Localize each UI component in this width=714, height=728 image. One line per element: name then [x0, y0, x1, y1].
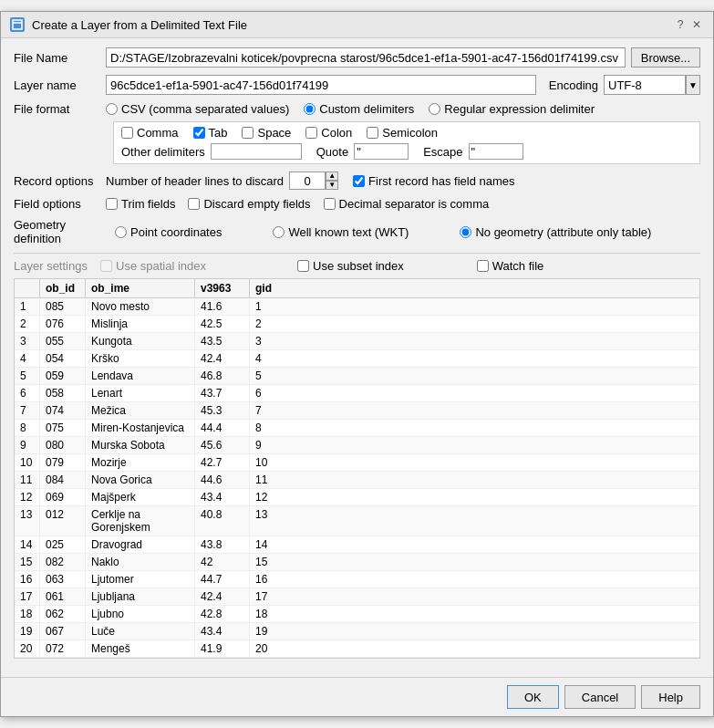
record-options-row: Record options Number of header lines to… [14, 172, 700, 190]
cell-ob-ime: Miren-Kostanjevica [86, 420, 195, 436]
wkt-label[interactable]: Well known text (WKT) [273, 225, 409, 239]
table-row: 10 079 Mozirje 42.7 10 [15, 454, 699, 472]
semicolon-checkbox[interactable] [367, 127, 378, 139]
encoding-dropdown-button[interactable]: ▼ [686, 75, 700, 95]
cell-v3963: 44.4 [195, 420, 250, 436]
watch-file-checkbox[interactable] [477, 260, 489, 272]
custom-radio[interactable] [304, 103, 316, 115]
cell-ob-ime: Mozirje [86, 454, 195, 471]
point-coords-label[interactable]: Point coordinates [115, 225, 222, 239]
cell-gid: 3 [250, 333, 295, 349]
trim-fields-label[interactable]: Trim fields [106, 197, 175, 211]
regex-radio-label[interactable]: Regular expression delimiter [429, 102, 595, 116]
table-row: 13 012 Cerklje na Gorenjskem 40.8 13 [15, 506, 699, 536]
cell-ob-ime: Lenart [86, 385, 195, 401]
tab-checkbox-label[interactable]: Tab [193, 126, 228, 140]
encoding-control: ▼ [604, 75, 700, 95]
cell-ob-ime: Ljubljana [86, 588, 195, 605]
cell-ob-id: 058 [40, 385, 86, 401]
semicolon-checkbox-label[interactable]: Semicolon [367, 126, 438, 140]
cell-ob-ime: Mengeš [86, 640, 195, 657]
tab-checkbox[interactable] [193, 127, 205, 139]
record-options-label: Record options [14, 174, 100, 188]
table-row: 17 061 Ljubljana 42.4 17 [15, 588, 699, 606]
comma-checkbox-label[interactable]: Comma [121, 126, 179, 140]
table-row: 18 062 Ljubno 42.8 18 [15, 606, 699, 623]
first-record-text: First record has field names [368, 174, 514, 188]
cell-num: 6 [15, 385, 40, 401]
dialog-footer: OK Cancel Help [1, 677, 713, 716]
cell-ob-id: 069 [40, 489, 86, 505]
no-geom-label[interactable]: No geometry (attribute only table) [460, 225, 651, 239]
escape-input[interactable] [469, 143, 523, 160]
regex-radio-text: Regular expression delimiter [444, 102, 595, 116]
file-format-options: CSV (comma separated values) Custom deli… [106, 102, 595, 116]
point-coords-radio[interactable] [115, 226, 127, 238]
csv-radio[interactable] [106, 103, 118, 115]
cell-v3963: 44.7 [195, 571, 250, 588]
ok-button[interactable]: OK [507, 685, 559, 709]
header-lines-input[interactable] [289, 172, 326, 190]
decimal-separator-label[interactable]: Decimal separator is comma [324, 197, 490, 211]
first-record-label[interactable]: First record has field names [353, 174, 514, 188]
close-titlebar-button[interactable]: ✕ [689, 17, 704, 32]
watch-file-label[interactable]: Watch file [477, 259, 544, 273]
no-geom-radio[interactable] [460, 226, 471, 238]
space-checkbox[interactable] [242, 127, 254, 139]
comma-checkbox[interactable] [121, 127, 133, 139]
cell-gid: 13 [250, 506, 295, 536]
cell-ob-ime: Dravograd [86, 536, 195, 553]
encoding-input[interactable] [604, 75, 686, 95]
custom-radio-label[interactable]: Custom delimiters [304, 102, 414, 116]
delimiters-row: Comma Tab Space Colon Semicolon [121, 126, 692, 140]
spinner-up[interactable]: ▲ [326, 172, 338, 181]
discard-empty-text: Discard empty fields [203, 197, 310, 211]
cell-v3963: 40.8 [195, 506, 250, 536]
no-geom-text: No geometry (attribute only table) [475, 225, 651, 239]
table-row: 6 058 Lenart 43.7 6 [15, 385, 699, 402]
cell-num: 11 [15, 472, 40, 488]
table-row: 14 025 Dravograd 43.8 14 [15, 536, 699, 554]
discard-empty-checkbox[interactable] [188, 198, 200, 210]
cell-gid: 20 [250, 640, 295, 657]
first-record-checkbox[interactable] [353, 175, 365, 187]
layer-name-input[interactable] [106, 75, 536, 95]
cell-ob-ime: Mislinja [86, 316, 195, 332]
subset-index-checkbox[interactable] [297, 260, 309, 272]
other-delimiters-input[interactable] [211, 143, 302, 160]
trim-fields-checkbox[interactable] [106, 198, 118, 210]
decimal-separator-checkbox[interactable] [324, 198, 336, 210]
cell-gid: 8 [250, 420, 295, 436]
cancel-button[interactable]: Cancel [564, 685, 636, 709]
colon-checkbox[interactable] [305, 127, 317, 139]
help-titlebar-button[interactable]: ? [673, 17, 688, 32]
browse-button[interactable]: Browse... [631, 47, 700, 68]
table-row: 1 085 Novo mesto 41.6 1 [15, 298, 699, 316]
subset-index-label[interactable]: Use subset index [297, 259, 404, 273]
spinner-down[interactable]: ▼ [326, 181, 338, 190]
help-button[interactable]: Help [641, 685, 700, 709]
cell-ob-id: 063 [40, 571, 86, 588]
csv-radio-label[interactable]: CSV (comma separated values) [106, 102, 289, 116]
discard-empty-label[interactable]: Discard empty fields [188, 197, 310, 211]
other-delimiters-label: Other delimiters [121, 145, 205, 159]
cell-gid: 11 [250, 472, 295, 488]
cell-ob-id: 079 [40, 454, 86, 471]
quote-input[interactable] [354, 143, 409, 160]
space-checkbox-label[interactable]: Space [242, 126, 291, 140]
cell-v3963: 42 [195, 554, 250, 570]
regex-radio[interactable] [429, 103, 440, 115]
dialog-icon [10, 17, 25, 32]
field-options-row: Field options Trim fields Discard empty … [14, 197, 700, 211]
col-ob-id: ob_id [40, 279, 86, 297]
cell-v3963: 41.9 [195, 640, 250, 657]
cell-num: 17 [15, 588, 40, 605]
cell-v3963: 43.4 [195, 623, 250, 640]
colon-checkbox-label[interactable]: Colon [305, 126, 352, 140]
layer-settings-label: Layer settings [14, 259, 100, 273]
table-row: 11 084 Nova Gorica 44.6 11 [15, 472, 699, 489]
wkt-radio[interactable] [273, 226, 285, 238]
layer-name-row: Layer name Encoding ▼ [14, 75, 700, 95]
cell-ob-id: 084 [40, 472, 86, 488]
file-name-input[interactable] [106, 47, 626, 68]
